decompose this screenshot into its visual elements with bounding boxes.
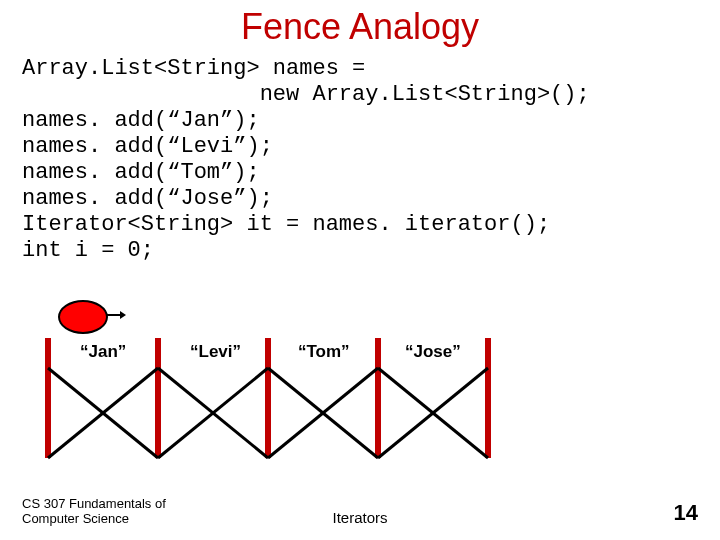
fence-label-2: “Tom” [298,342,350,362]
fence-label-3: “Jose” [405,342,461,362]
fence-label-0: “Jan” [80,342,126,362]
page-number: 14 [674,500,698,526]
iterator-arrow [106,314,120,316]
code-block: Array.List<String> names = new Array.Lis… [22,56,590,264]
slide-title: Fence Analogy [0,6,720,48]
iterator-marker [58,300,108,334]
fence-diagram: “Jan” “Levi” “Tom” “Jose” [40,300,570,470]
footer-topic: Iterators [0,509,720,526]
fence-label-1: “Levi” [190,342,241,362]
